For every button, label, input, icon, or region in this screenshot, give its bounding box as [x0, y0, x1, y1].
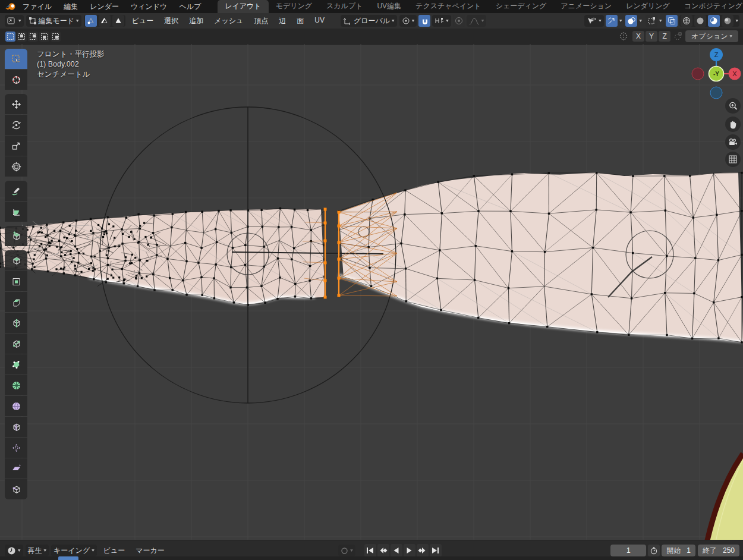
tool-spin[interactable]: [5, 375, 27, 395]
select-option-intersect[interactable]: [51, 32, 61, 42]
shading-rendered-button[interactable]: [722, 15, 733, 27]
snap-settings-dropdown[interactable]: ▾: [432, 15, 451, 27]
tool-measure[interactable]: [5, 202, 27, 222]
timeline-menu-marker[interactable]: マーカー: [130, 546, 170, 556]
workspace-tab-3[interactable]: UV編集: [370, 0, 408, 13]
record-icon[interactable]: [341, 547, 348, 555]
viewport-menu-4[interactable]: 頂点: [248, 16, 273, 26]
mirror-axis-y[interactable]: Y: [646, 31, 657, 42]
select-option-set[interactable]: [5, 32, 15, 42]
tool-knife[interactable]: [5, 334, 27, 354]
shading-material-button[interactable]: [708, 15, 720, 27]
transform-orientation-dropdown[interactable]: グローバル ▾: [341, 15, 397, 27]
proportional-editing-toggle[interactable]: [453, 15, 465, 27]
tool-cursor[interactable]: [5, 70, 27, 90]
next-keyframe-button[interactable]: [417, 544, 429, 557]
tool-annotate[interactable]: [5, 181, 27, 201]
timeline-menu-view[interactable]: ビュー: [98, 546, 131, 556]
tool-rip-region[interactable]: [5, 479, 27, 499]
viewport[interactable]: フロント・平行投影 (1) Body.002 センチメートル ZX-Y: [0, 44, 743, 540]
play-button[interactable]: [404, 544, 415, 557]
select-mode-vertex[interactable]: [85, 15, 97, 27]
blender-logo[interactable]: [5, 2, 17, 11]
shading-wireframe-button[interactable]: [681, 15, 692, 27]
timeline-editor-dropdown[interactable]: ▾: [5, 545, 23, 556]
tool-loop-cut[interactable]: [5, 313, 27, 333]
select-mode-edge[interactable]: [99, 15, 111, 27]
shading-solid-button[interactable]: [694, 15, 706, 27]
tool-extrude[interactable]: [5, 250, 27, 270]
current-frame-field[interactable]: 1: [610, 545, 646, 556]
workspace-tab-2[interactable]: スカルプト: [319, 0, 370, 13]
tool-rotate[interactable]: [5, 115, 27, 135]
pan-button[interactable]: [725, 117, 741, 132]
workspace-tab-5[interactable]: シェーディング: [489, 0, 554, 13]
tool-shrink-fatten[interactable]: [5, 438, 27, 458]
xray-toggle[interactable]: [666, 15, 678, 27]
viewport-menu-2[interactable]: 追加: [184, 16, 209, 26]
tool-transform[interactable]: [5, 156, 27, 177]
tool-smooth[interactable]: [5, 396, 27, 416]
tool-bevel[interactable]: [5, 292, 27, 312]
topbar-menu-1[interactable]: 編集: [58, 0, 84, 13]
viewport-menu-6[interactable]: 面: [291, 16, 309, 26]
viewport-menu-1[interactable]: 選択: [159, 16, 184, 26]
tool-edge-slide[interactable]: [5, 417, 27, 437]
mode-dropdown[interactable]: 編集モード ▾: [26, 15, 81, 27]
pivot-point-dropdown[interactable]: ▾: [399, 15, 417, 27]
workspace-tab-8[interactable]: コンポジティング: [677, 0, 743, 13]
workspace-tab-6[interactable]: アニメーション: [553, 0, 619, 13]
workspace-tab-1[interactable]: モデリング: [269, 0, 319, 13]
start-frame-field[interactable]: 開始 1: [662, 545, 695, 556]
gizmo-dropdown[interactable]: ▾: [619, 18, 622, 23]
navigation-gizmo[interactable]: ZX-Y: [687, 44, 743, 103]
jump-first-button[interactable]: [364, 544, 376, 557]
topbar-menu-3[interactable]: ウィンドウ: [125, 0, 173, 13]
object-visibility-dropdown[interactable]: ▾: [584, 15, 604, 27]
snap-base-icon[interactable]: [672, 30, 684, 42]
timeline-track[interactable]: [0, 556, 743, 560]
playback-dropdown[interactable]: 再生▾: [26, 545, 49, 556]
playhead[interactable]: [58, 556, 78, 560]
camera-view-button[interactable]: [725, 134, 741, 150]
jump-last-button[interactable]: [430, 544, 442, 557]
tool-select-box[interactable]: [5, 49, 27, 69]
topbar-menu-0[interactable]: ファイル: [17, 0, 58, 13]
tool-move[interactable]: [5, 94, 27, 114]
snap-toggle[interactable]: [418, 15, 430, 27]
perspective-toggle-button[interactable]: [725, 152, 741, 167]
mirror-axis-x[interactable]: X: [632, 31, 644, 42]
viewport-canvas[interactable]: [0, 44, 743, 540]
show-overlays-toggle[interactable]: [625, 15, 637, 27]
mirror-axis-z[interactable]: Z: [659, 31, 670, 42]
topbar-menu-2[interactable]: レンダー: [84, 0, 125, 13]
tool-inset[interactable]: [5, 271, 27, 291]
topbar-menu-4[interactable]: ヘルプ: [173, 0, 207, 13]
show-gizmo-toggle[interactable]: [606, 15, 618, 27]
end-frame-field[interactable]: 終了 250: [698, 545, 739, 556]
viewport-gizmos-settings[interactable]: [646, 15, 657, 27]
options-dropdown[interactable]: オプション ▾: [685, 30, 738, 42]
workspace-tab-4[interactable]: テクスチャペイント: [408, 0, 489, 13]
editor-type-dropdown[interactable]: ▾: [5, 15, 24, 27]
overlays-dropdown[interactable]: ▾: [639, 18, 642, 23]
viewport-menu-5[interactable]: 辺: [273, 16, 291, 26]
zoom-button[interactable]: [725, 98, 741, 114]
tool-scale[interactable]: [5, 136, 27, 156]
select-option-invert[interactable]: [39, 32, 49, 42]
tool-poly-build[interactable]: [5, 354, 27, 375]
tool-add-cube[interactable]: [5, 226, 27, 246]
viewport-menu-3[interactable]: メッシュ: [209, 16, 248, 26]
viewport-menu-0[interactable]: ビュー: [127, 16, 159, 26]
mirror-icon[interactable]: [618, 32, 629, 41]
select-mode-face[interactable]: [112, 15, 124, 27]
select-option-extend[interactable]: [17, 32, 27, 42]
auto-keying-dropdown[interactable]: ▾: [350, 548, 353, 553]
proportional-falloff-dropdown[interactable]: ▾: [467, 15, 487, 27]
select-option-subtract[interactable]: [28, 32, 38, 42]
play-reverse-button[interactable]: [391, 544, 402, 557]
workspace-tab-0[interactable]: レイアウト: [218, 0, 268, 13]
prev-keyframe-button[interactable]: [377, 544, 389, 557]
viewport-menu-7[interactable]: UV: [309, 16, 330, 26]
use-preview-range-button[interactable]: [648, 545, 660, 556]
